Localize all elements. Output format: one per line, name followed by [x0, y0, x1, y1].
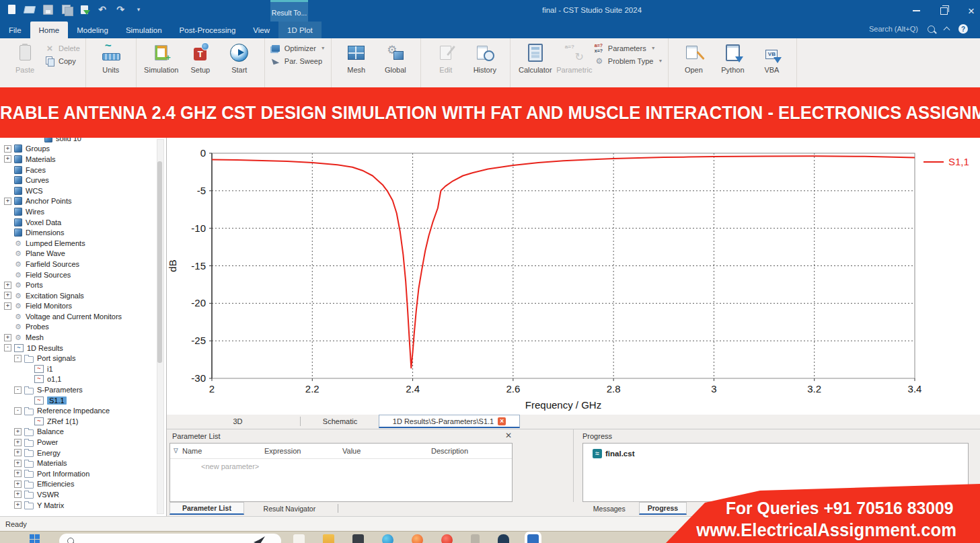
tree-item-plane-wave[interactable]: +⚙Plane Wave [0, 249, 157, 259]
expand-icon[interactable]: + [14, 449, 22, 456]
tree-item-power[interactable]: +Power [0, 437, 157, 448]
tree-scrollbar-thumb[interactable] [157, 161, 162, 363]
global-button[interactable]: Global [376, 40, 415, 74]
expand-icon[interactable]: + [4, 334, 11, 341]
simulation-button[interactable]: Simulation [142, 40, 181, 74]
tree-item-lumped-elements[interactable]: +⚙Lumped Elements [0, 238, 157, 249]
windows-start-icon[interactable] [30, 534, 40, 543]
search-icon[interactable] [928, 26, 935, 33]
tab-home[interactable]: Home [30, 22, 69, 38]
tree-item-vswr[interactable]: +VSWR [0, 489, 157, 500]
mesh-button[interactable]: Mesh [337, 40, 376, 74]
search-input[interactable]: Search (Alt+Q) [869, 25, 918, 33]
tab-view[interactable]: View [244, 22, 278, 38]
collapse-ribbon-icon[interactable] [944, 27, 950, 34]
history-button[interactable]: History [465, 40, 504, 74]
tree-item-curves[interactable]: +Curves [0, 175, 157, 185]
tab-modeling[interactable]: Modeling [68, 22, 117, 38]
explorer-icon[interactable] [293, 534, 305, 543]
expand-icon[interactable]: + [4, 145, 11, 153]
new-parameter-row[interactable]: <new parameter> [201, 462, 259, 470]
tree-scrollbar[interactable] [157, 139, 164, 514]
close-tab-icon[interactable]: × [498, 417, 506, 425]
expand-icon[interactable]: + [14, 470, 22, 477]
active-app-icon[interactable] [527, 534, 539, 543]
tree-item-mesh[interactable]: +⚙Mesh [0, 332, 157, 343]
collapse-icon[interactable]: - [14, 386, 22, 394]
start-button[interactable]: Start [220, 40, 259, 74]
tree-item-o1-1[interactable]: +~o1,1 [0, 374, 157, 385]
calculator-button[interactable]: Calculator [516, 40, 555, 74]
units-button[interactable]: Units [91, 40, 130, 74]
parameter-table[interactable]: ∇ NameExpressionValueDescription <new pa… [169, 443, 513, 502]
contextual-tab-result-tools[interactable]: Result To... [270, 0, 308, 23]
expand-icon[interactable]: + [14, 501, 22, 509]
tree-item-energy[interactable]: +Energy [0, 448, 157, 458]
tree-item-wcs[interactable]: +WCS [0, 185, 157, 196]
tree-item-materials[interactable]: +Materials [0, 154, 157, 165]
save-all-icon[interactable] [60, 3, 72, 15]
new-doc-icon[interactable] [5, 3, 17, 15]
column-header-expression[interactable]: Expression [264, 447, 301, 455]
open-button[interactable]: Open [674, 40, 713, 74]
export-icon[interactable] [78, 3, 90, 15]
red-app-icon[interactable] [441, 534, 453, 543]
expand-icon[interactable]: + [14, 491, 22, 498]
python-button[interactable]: Python [713, 40, 752, 74]
tree-item-port-signals[interactable]: -Port signals [0, 353, 157, 364]
optimizer-button[interactable]: Optimizer▼ [270, 43, 326, 53]
tab-file[interactable]: File [0, 22, 30, 38]
tree-item-solid-10[interactable]: +solid 10 [0, 138, 157, 144]
expand-icon[interactable]: + [14, 460, 22, 467]
collapse-icon[interactable]: - [4, 344, 11, 351]
tree-item-excitation-signals[interactable]: +⚙Excitation Signals [0, 290, 157, 301]
tree-item-faces[interactable]: +Faces [0, 165, 157, 175]
open-icon[interactable] [24, 3, 36, 15]
dark-app-icon[interactable] [352, 534, 364, 543]
problem-type-button[interactable]: Problem Type▼ [594, 56, 663, 66]
tree-item-y-matrix[interactable]: +Y Matrix [0, 500, 157, 511]
expand-icon[interactable]: + [14, 481, 22, 488]
tree-item-groups[interactable]: +Groups [0, 144, 157, 155]
save-icon[interactable] [42, 3, 54, 15]
dock-tab-result-navigator[interactable]: Result Navigator [248, 502, 331, 515]
edge-icon[interactable] [382, 534, 393, 543]
tree-item-farfield-sources[interactable]: +⚙Farfield Sources [0, 259, 157, 269]
tree-item-materials[interactable]: +Materials [0, 458, 157, 468]
dropdown-arrow-icon[interactable]: ▼ [321, 46, 326, 50]
column-header-value[interactable]: Value [342, 447, 361, 455]
copy-button[interactable]: Copy [44, 56, 80, 66]
more-icon[interactable]: ▾ [133, 3, 145, 15]
tree-item-voxel-data[interactable]: +Voxel Data [0, 217, 157, 228]
expand-icon[interactable]: + [4, 155, 11, 163]
collapse-icon[interactable]: - [14, 407, 22, 415]
tree-item-probes[interactable]: +⚙Probes [0, 322, 157, 333]
tree-item-efficiencies[interactable]: +Efficiencies [0, 479, 157, 490]
redo-icon[interactable]: ↷ [114, 3, 126, 15]
tree-item-wires[interactable]: +Wires [0, 206, 157, 217]
minimize-icon[interactable] [913, 10, 920, 11]
tree-item-i1[interactable]: +~i1 [0, 364, 157, 374]
tree-item-field-sources[interactable]: +⚙Field Sources [0, 269, 157, 280]
column-header-name[interactable]: Name [182, 447, 202, 455]
expand-icon[interactable]: + [14, 439, 22, 446]
tree-item-ports[interactable]: +⚙Ports [0, 280, 157, 290]
help-icon[interactable]: ? [958, 24, 968, 34]
undo-icon[interactable]: ↶ [96, 3, 108, 15]
filter-icon[interactable]: ∇ [174, 447, 178, 454]
tab-simulation[interactable]: Simulation [117, 22, 171, 38]
expand-icon[interactable]: + [4, 198, 11, 205]
dropdown-arrow-icon[interactable]: ▼ [658, 58, 663, 63]
headphones-icon[interactable] [498, 534, 509, 543]
restore-icon[interactable] [940, 7, 948, 15]
tree-item-reference-impedance[interactable]: -Reference Impedance [0, 405, 157, 416]
tab-post-processing[interactable]: Post-Processing [171, 22, 245, 38]
dock-tab-messages[interactable]: Messages [585, 502, 634, 515]
expand-icon[interactable]: + [14, 428, 22, 435]
gray-app-icon[interactable] [471, 534, 480, 543]
parameters-button[interactable]: Parameters▼ [594, 43, 663, 53]
progress-item[interactable]: ≈ final.cst [593, 449, 634, 458]
parameter-list-close-icon[interactable]: ✕ [505, 432, 512, 439]
expand-icon[interactable]: + [4, 302, 11, 310]
collapse-icon[interactable]: - [14, 355, 22, 362]
